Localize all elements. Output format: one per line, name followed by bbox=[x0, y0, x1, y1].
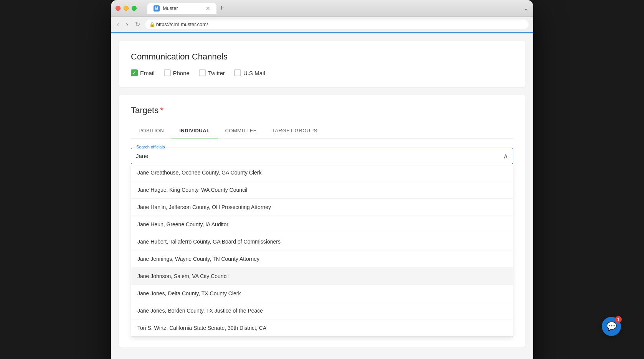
email-checkbox[interactable]: ✓ bbox=[131, 69, 138, 76]
email-label: Email bbox=[140, 70, 155, 76]
new-tab-button[interactable]: + bbox=[220, 4, 224, 12]
title-bar: M Muster ✕ + ⌄ bbox=[111, 0, 533, 17]
search-dropdown-arrow[interactable]: ∧ bbox=[503, 152, 508, 160]
usmail-label: U.S Mail bbox=[243, 70, 265, 76]
communication-channels-card: Communication Channels ✓ Email Phone Twi… bbox=[119, 41, 525, 87]
channel-phone: Phone bbox=[164, 69, 190, 76]
tab-individual[interactable]: INDIVIDUAL bbox=[172, 123, 217, 138]
search-dropdown: Jane Greathouse, Oconee County, GA Count… bbox=[131, 164, 513, 337]
communication-channels-title: Communication Channels bbox=[131, 52, 513, 62]
dropdown-item-3[interactable]: Jane Heun, Greene County, IA Auditor bbox=[131, 216, 513, 233]
channel-twitter: Twitter bbox=[199, 69, 225, 76]
tab-target-groups[interactable]: TARGET GROUPS bbox=[264, 123, 325, 138]
targets-tabs: POSITION INDIVIDUAL COMMITTEE TARGET GRO… bbox=[131, 123, 513, 138]
dropdown-item-2[interactable]: Jane Hanlin, Jefferson County, OH Prosec… bbox=[131, 199, 513, 216]
channel-usmail: U.S Mail bbox=[234, 69, 265, 76]
search-officials-input[interactable] bbox=[136, 148, 503, 164]
close-button[interactable] bbox=[116, 6, 121, 11]
dropdown-item-6[interactable]: Jane Johnson, Salem, VA City Council bbox=[131, 268, 513, 285]
active-tab[interactable]: M Muster ✕ bbox=[147, 3, 216, 14]
channels-row: ✓ Email Phone Twitter U.S Mail bbox=[131, 69, 513, 76]
minimize-button[interactable] bbox=[124, 6, 129, 11]
targets-card: Targets* POSITION INDIVIDUAL COMMITTEE T… bbox=[119, 95, 525, 347]
dropdown-item-7[interactable]: Jane Jones, Delta County, TX County Cler… bbox=[131, 285, 513, 302]
twitter-label: Twitter bbox=[208, 70, 225, 76]
dropdown-item-8[interactable]: Jane Jones, Borden County, TX Justice of… bbox=[131, 302, 513, 319]
search-input-wrap: ∧ bbox=[131, 148, 513, 164]
channel-email: ✓ Email bbox=[131, 69, 155, 76]
browser-content: Communication Channels ✓ Email Phone Twi… bbox=[111, 33, 533, 359]
phone-label: Phone bbox=[173, 70, 190, 76]
back-button[interactable]: ‹ bbox=[116, 20, 121, 30]
refresh-button[interactable]: ↻ bbox=[134, 19, 142, 30]
tab-favicon: M bbox=[154, 5, 160, 12]
secure-icon: 🔒 bbox=[149, 22, 155, 27]
dropdown-item-4[interactable]: Jane Hubert, Taliaferro County, GA Board… bbox=[131, 233, 513, 250]
tab-close-button[interactable]: ✕ bbox=[206, 5, 210, 12]
dropdown-item-9[interactable]: Tori S. Wirtz, California State Senate, … bbox=[131, 319, 513, 336]
dropdown-item-0[interactable]: Jane Greathouse, Oconee County, GA Count… bbox=[131, 164, 513, 181]
maximize-button[interactable] bbox=[132, 6, 137, 11]
twitter-checkbox[interactable] bbox=[199, 69, 206, 76]
tab-committee[interactable]: COMMITTEE bbox=[218, 123, 265, 138]
window-chevron: ⌄ bbox=[523, 5, 528, 12]
tab-title: Muster bbox=[163, 5, 178, 11]
address-bar: ‹ › ↻ 🔒 bbox=[111, 17, 533, 32]
search-container: Search officials ∧ Jane Greathouse, Ocon… bbox=[131, 148, 513, 337]
macbook-frame: M Muster ✕ + ⌄ ‹ › ↻ 🔒 Communication Cha… bbox=[111, 0, 533, 359]
forward-button[interactable]: › bbox=[124, 20, 129, 30]
required-indicator: * bbox=[160, 105, 163, 115]
search-label: Search officials bbox=[135, 145, 166, 149]
targets-title: Targets* bbox=[131, 105, 513, 115]
url-container: 🔒 bbox=[145, 20, 528, 29]
dropdown-item-5[interactable]: Jane Jennings, Wayne County, TN County A… bbox=[131, 250, 513, 268]
chat-badge: 1 bbox=[615, 316, 622, 323]
chat-icon: 💬 bbox=[606, 321, 617, 331]
tab-position[interactable]: POSITION bbox=[131, 123, 172, 138]
dropdown-item-1[interactable]: Jane Hague, King County, WA County Counc… bbox=[131, 181, 513, 199]
usmail-checkbox[interactable] bbox=[234, 69, 241, 76]
phone-checkbox[interactable] bbox=[164, 69, 171, 76]
tab-area: M Muster ✕ + bbox=[147, 3, 520, 14]
url-input[interactable] bbox=[145, 20, 528, 29]
chat-bubble-button[interactable]: 💬 1 bbox=[602, 317, 621, 336]
